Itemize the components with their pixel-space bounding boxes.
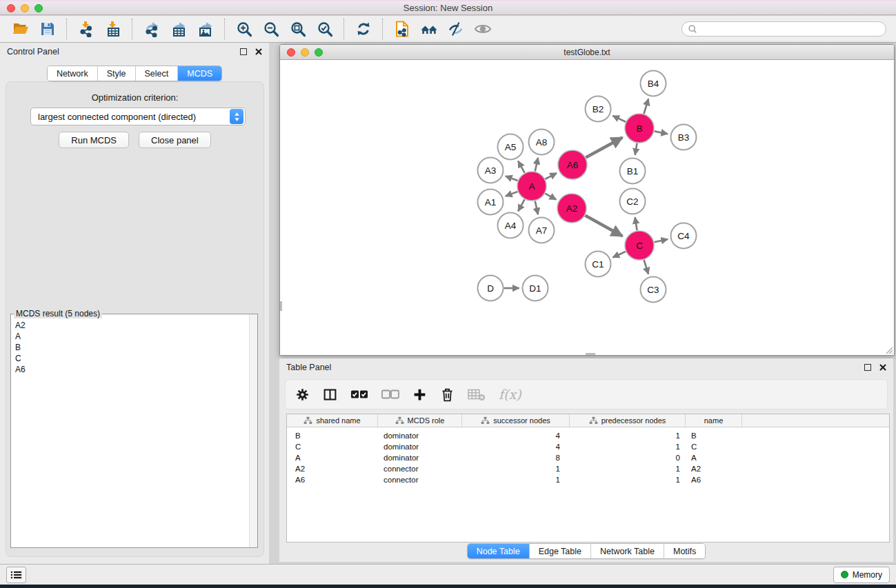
home-icon[interactable]	[420, 21, 437, 38]
cell-shared-name[interactable]: A2	[287, 465, 378, 473]
column-header-predecessor-nodes[interactable]: predecessor nodes	[570, 414, 686, 427]
select-all-columns-icon[interactable]	[350, 386, 368, 403]
search-input[interactable]	[701, 24, 880, 34]
edge-A-A7[interactable]	[535, 201, 538, 215]
node-B[interactable]: B	[625, 114, 654, 143]
edge-A-A1[interactable]	[506, 192, 518, 196]
tab-node-table[interactable]: Node Table	[468, 544, 530, 558]
edge-A6-B[interactable]	[586, 138, 622, 158]
new-network-from-file-icon[interactable]	[393, 21, 410, 38]
cell-mcds-role[interactable]: dominator	[378, 432, 462, 440]
close-panel-button[interactable]: Close panel	[139, 132, 211, 148]
node-A6[interactable]: A6	[558, 150, 587, 179]
memory-button[interactable]: Memory	[833, 567, 890, 583]
close-table-panel-icon[interactable]	[879, 364, 886, 371]
node-D1[interactable]: D1	[523, 276, 548, 301]
refresh-icon[interactable]	[355, 21, 372, 38]
cell-name[interactable]: A2	[686, 465, 742, 473]
node-A4[interactable]: A4	[498, 213, 524, 239]
node-B2[interactable]: B2	[586, 97, 611, 122]
result-scrollbar[interactable]	[249, 314, 257, 547]
open-file-icon[interactable]	[12, 21, 29, 38]
node-C[interactable]: C	[625, 231, 654, 260]
zoom-out-icon[interactable]	[262, 21, 279, 38]
network-minimize-button[interactable]	[301, 48, 309, 57]
minimize-window-button[interactable]	[21, 4, 29, 12]
edge-B-B4[interactable]	[644, 99, 649, 114]
network-graph[interactable]: B4B2BB3A8A5A6A3B1AA1C2A2A4A7C4CC1C3DD1	[280, 61, 894, 355]
save-session-icon[interactable]	[39, 21, 56, 38]
mcds-result-item[interactable]: A6	[15, 364, 249, 375]
edge-A-A8[interactable]	[535, 158, 538, 172]
hide-graphics-details-icon[interactable]	[447, 21, 464, 38]
cell-name[interactable]: B	[686, 432, 742, 440]
cell-shared-name[interactable]: B	[287, 432, 378, 440]
cell-mcds-role[interactable]: connector	[378, 476, 462, 484]
zoom-in-icon[interactable]	[235, 21, 252, 38]
node-C3[interactable]: C3	[641, 277, 666, 303]
zoom-window-button[interactable]	[34, 4, 43, 12]
edge-A-A4[interactable]	[518, 199, 524, 211]
tab-motifs[interactable]: Motifs	[664, 544, 705, 558]
float-panel-icon[interactable]	[240, 48, 247, 55]
tab-mcds[interactable]: MCDS	[178, 66, 221, 81]
node-A[interactable]: A	[517, 172, 546, 201]
export-image-icon[interactable]	[197, 21, 214, 38]
edge-C-C1[interactable]	[613, 252, 626, 257]
tab-select[interactable]: Select	[136, 66, 179, 81]
zoom-fit-icon[interactable]	[289, 21, 306, 38]
mcds-result-list[interactable]: A2ABCA6	[11, 317, 249, 547]
node-B3[interactable]: B3	[671, 125, 697, 150]
node-table[interactable]: shared nameMCDS rolesuccessor nodesprede…	[286, 414, 890, 543]
node-B1[interactable]: B1	[620, 159, 646, 184]
node-A8[interactable]: A8	[529, 130, 555, 155]
cell-successor-nodes[interactable]: 8	[462, 454, 570, 462]
close-window-button[interactable]	[7, 4, 15, 12]
task-history-button[interactable]	[6, 567, 26, 583]
import-network-icon[interactable]	[77, 21, 94, 38]
node-A1[interactable]: A1	[478, 190, 504, 215]
network-zoom-button[interactable]	[315, 48, 323, 57]
cell-mcds-role[interactable]: connector	[378, 465, 462, 473]
table-row[interactable]: A2connector11A2	[287, 463, 889, 474]
cell-mcds-role[interactable]: dominator	[378, 454, 462, 462]
table-row[interactable]: Cdominator41C	[287, 441, 889, 452]
node-A7[interactable]: A7	[529, 218, 555, 243]
cell-predecessor-nodes[interactable]: 0	[570, 454, 686, 462]
cell-successor-nodes[interactable]: 1	[462, 465, 570, 473]
show-graphics-details-icon[interactable]	[474, 21, 491, 38]
column-header-name[interactable]: name	[686, 414, 742, 427]
edge-A-A5[interactable]	[518, 161, 524, 173]
network-window-titlebar[interactable]: testGlobe.txt	[280, 45, 894, 60]
cell-name[interactable]: A	[686, 454, 742, 462]
unselect-all-columns-icon[interactable]	[381, 386, 399, 403]
cell-predecessor-nodes[interactable]: 1	[570, 465, 686, 473]
mcds-result-item[interactable]: B	[15, 342, 249, 353]
cell-name[interactable]: C	[686, 443, 742, 451]
node-A5[interactable]: A5	[498, 134, 524, 160]
node-D[interactable]: D	[478, 276, 504, 301]
edge-C-C2[interactable]	[635, 217, 637, 230]
mcds-result-item[interactable]: A	[15, 331, 249, 342]
table-row[interactable]: Adominator80A	[287, 452, 889, 463]
cell-successor-nodes[interactable]: 1	[462, 476, 570, 484]
export-network-icon[interactable]	[143, 21, 160, 38]
cell-successor-nodes[interactable]: 4	[462, 443, 570, 451]
cell-name[interactable]: A6	[686, 476, 742, 484]
edge-A-A2[interactable]	[545, 194, 556, 200]
table-row[interactable]: A6connector11A6	[287, 474, 889, 485]
node-C1[interactable]: C1	[586, 252, 611, 277]
export-table-icon[interactable]	[170, 21, 187, 38]
cell-predecessor-nodes[interactable]: 1	[570, 443, 686, 451]
column-header-shared-name[interactable]: shared name	[287, 414, 378, 427]
cell-shared-name[interactable]: A6	[287, 476, 378, 484]
node-C4[interactable]: C4	[671, 223, 697, 249]
add-column-icon[interactable]	[412, 386, 427, 403]
tab-network-table[interactable]: Network Table	[591, 544, 664, 558]
horizontal-scroll-mark[interactable]	[586, 353, 595, 355]
run-mcds-button[interactable]: Run MCDS	[59, 132, 129, 148]
node-B4[interactable]: B4	[641, 71, 666, 97]
cell-predecessor-nodes[interactable]: 1	[570, 432, 686, 440]
cell-mcds-role[interactable]: dominator	[378, 443, 462, 451]
mcds-result-item[interactable]: A2	[15, 320, 249, 331]
